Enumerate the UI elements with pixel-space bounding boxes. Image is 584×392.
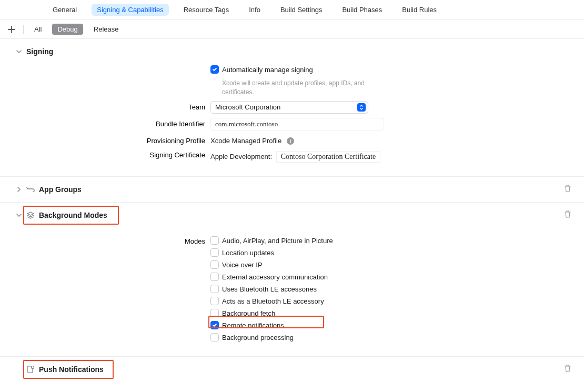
delete-push-notifications-button[interactable]	[564, 364, 571, 374]
tab-info[interactable]: Info	[244, 4, 266, 16]
mode-label: Uses Bluetooth LE accessories	[222, 285, 317, 293]
mode-row: Acts as a Bluetooth LE accessory	[210, 296, 573, 306]
mode-checkbox[interactable]	[210, 260, 219, 269]
svg-point-1	[32, 366, 34, 369]
section-signing-title: Signing	[26, 47, 53, 56]
bundle-id-label: Bundle Identifier	[147, 118, 210, 128]
section-push-notifications-header[interactable]: Push Notifications	[11, 364, 573, 375]
tab-resource-tags[interactable]: Resource Tags	[178, 4, 234, 16]
signing-cert-label: Signing Certificate	[137, 149, 210, 159]
push-icon	[26, 365, 35, 374]
mode-label: Remote notifications	[222, 321, 284, 329]
modes-label: Modes	[168, 235, 210, 245]
modes-list: Audio, AirPlay, and Picture in PictureLo…	[210, 235, 573, 343]
mode-label: Audio, AirPlay, and Picture in Picture	[222, 237, 333, 245]
info-icon[interactable]: i	[287, 137, 294, 145]
tab-build-phases[interactable]: Build Phases	[337, 4, 387, 16]
chevron-down-icon	[16, 213, 22, 218]
mode-row: Audio, AirPlay, and Picture in Picture	[210, 235, 573, 246]
bundle-id-field[interactable]: com.microsoft.contoso	[210, 118, 384, 130]
filter-debug[interactable]: Debug	[52, 24, 83, 35]
mode-row: Voice over IP	[210, 259, 573, 270]
mode-checkbox[interactable]	[210, 333, 219, 341]
mode-label: Location updates	[222, 249, 274, 257]
link-icon	[26, 185, 35, 194]
mode-checkbox[interactable]	[210, 309, 219, 317]
section-push-notifications-title: Push Notifications	[39, 365, 104, 374]
mode-label: Background processing	[222, 334, 294, 341]
bundle-id-value: com.microsoft.contoso	[215, 120, 278, 128]
tab-build-settings[interactable]: Build Settings	[275, 4, 328, 16]
chevron-down-icon	[16, 49, 22, 54]
tab-general[interactable]: General	[47, 4, 82, 16]
mode-row: Background processing	[210, 332, 573, 343]
mode-row: Background fetch	[210, 308, 573, 318]
provisioning-profile-value: Xcode Managed Profile	[210, 137, 281, 145]
mode-checkbox[interactable]	[210, 285, 219, 293]
filter-all[interactable]: All	[29, 24, 47, 35]
mode-checkbox[interactable]	[210, 248, 219, 257]
config-filter-bar: All Debug Release	[0, 20, 584, 39]
provisioning-profile-label: Provisioning Profile	[137, 135, 210, 145]
mode-label: Voice over IP	[222, 261, 263, 269]
mode-row: Remote notifications	[210, 320, 573, 330]
section-background-modes: Background Modes Modes Audio, AirPlay, a…	[0, 203, 584, 357]
mode-row: Uses Bluetooth LE accessories	[210, 284, 573, 294]
delete-app-groups-button[interactable]	[564, 184, 571, 194]
signing-cert-value: Contoso Corporation Certificate	[276, 151, 380, 163]
stack-icon	[26, 211, 35, 219]
auto-manage-signing-label: Automatically manage signing	[222, 66, 313, 74]
section-signing: Signing Automatically manage signing Xco…	[0, 39, 584, 177]
section-signing-header[interactable]: Signing	[11, 46, 573, 57]
section-background-modes-title: Background Modes	[39, 211, 107, 219]
signing-cert-prefix: Apple Development:	[210, 153, 272, 160]
mode-row: Location updates	[210, 247, 573, 258]
mode-checkbox[interactable]	[210, 321, 219, 329]
tab-signing-capabilities[interactable]: Signing & Capabilities	[92, 4, 168, 16]
editor-tabs: General Signing & Capabilities Resource …	[0, 0, 584, 20]
mode-label: Acts as a Bluetooth LE accessory	[222, 297, 324, 305]
mode-row: External accessory communication	[210, 272, 573, 282]
team-select[interactable]: Microsoft Corporation	[210, 101, 368, 114]
add-capability-button[interactable]	[5, 23, 18, 36]
delete-background-modes-button[interactable]	[564, 210, 571, 220]
auto-manage-signing-checkbox[interactable]	[210, 65, 219, 74]
mode-checkbox[interactable]	[210, 236, 219, 245]
mode-label: Background fetch	[222, 309, 275, 317]
section-app-groups-title: App Groups	[39, 185, 82, 194]
select-arrows-icon	[357, 103, 366, 112]
mode-checkbox[interactable]	[210, 273, 219, 281]
chevron-right-icon	[16, 186, 22, 193]
section-app-groups: App Groups	[0, 177, 584, 203]
section-push-notifications: Push Notifications	[0, 357, 584, 384]
section-background-modes-header[interactable]: Background Modes	[11, 210, 573, 220]
auto-manage-signing-help: Xcode will create and update profiles, a…	[222, 79, 380, 97]
mode-checkbox[interactable]	[210, 297, 219, 305]
team-select-value: Microsoft Corporation	[215, 103, 280, 111]
mode-label: External accessory communication	[222, 273, 328, 281]
team-label: Team	[147, 101, 210, 111]
tab-build-rules[interactable]: Build Rules	[397, 4, 442, 16]
section-app-groups-header[interactable]: App Groups	[11, 184, 573, 195]
filter-release[interactable]: Release	[88, 24, 124, 35]
